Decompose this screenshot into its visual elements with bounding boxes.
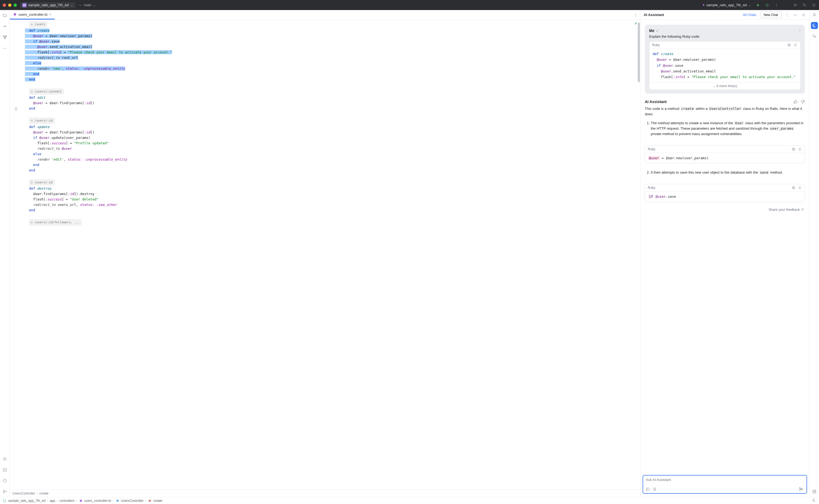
svg-point-28 [654, 489, 655, 490]
svg-point-4 [794, 4, 795, 5]
thumbs-up-button[interactable] [794, 100, 798, 104]
crumb-method[interactable]: create [39, 492, 48, 495]
run-button[interactable] [756, 3, 760, 8]
svg-point-5 [803, 4, 805, 6]
svg-rect-9 [5, 36, 7, 37]
structure-tool-button[interactable] [2, 34, 8, 40]
svg-point-17 [14, 13, 16, 15]
svg-point-14 [3, 490, 4, 491]
editor-tabs-more-button[interactable]: ⋮ [631, 13, 640, 17]
attach-context-icon[interactable] [646, 487, 650, 491]
all-chats-link[interactable]: All Chats [743, 13, 756, 17]
project-tool-button[interactable] [2, 13, 8, 18]
database-tool-button[interactable] [812, 489, 817, 494]
editor-scrollbar[interactable] [638, 23, 640, 82]
svg-point-6 [813, 5, 814, 6]
ai-panel-minimize-button[interactable]: — [794, 13, 798, 17]
ai-input-field[interactable] [646, 478, 804, 482]
assistant-code-block: Ruby if @user.save [645, 184, 805, 202]
ai-chat-body: ⋮ Me Explain the following Ruby code: Ru… [641, 20, 809, 473]
terminal-tool-button[interactable] [2, 467, 8, 473]
svg-rect-26 [792, 187, 794, 189]
svg-rect-24 [792, 148, 794, 150]
close-window-button[interactable] [3, 4, 6, 7]
ai-panel-settings-icon[interactable] [802, 13, 806, 17]
ai-assistant-tool-button[interactable] [811, 22, 818, 29]
editor-tab-users-controller[interactable]: users_controller.rb × [10, 10, 55, 20]
svg-point-11 [3, 457, 7, 461]
route-annotation[interactable]: ⊕ /users/:id [29, 180, 54, 186]
editor-tabs: users_controller.rb × ⋮ [10, 10, 640, 20]
message-more-button[interactable]: ⋮ [798, 28, 802, 32]
project-selector[interactable]: SE sample_rails_app_7th_ed ⌄ [20, 2, 75, 8]
nav-dir[interactable]: controllers [59, 499, 74, 503]
ai-panel-title: AI Assistant [644, 13, 664, 17]
insert-code-icon[interactable] [798, 147, 802, 151]
attach-file-icon[interactable] [653, 487, 657, 491]
settings-button[interactable] [811, 3, 816, 8]
code-editor[interactable]: ✓ ⊕ /users def create @user = User.new(u… [10, 20, 640, 489]
copy-code-icon[interactable] [792, 147, 795, 151]
ruby-file-icon [13, 12, 17, 16]
insert-code-icon[interactable] [794, 43, 798, 47]
expand-code-button[interactable]: ⌄ 4 more line(s) [649, 82, 800, 90]
nav-method[interactable]: create [153, 499, 162, 503]
edit-message-icon[interactable] [656, 29, 659, 32]
branch-name: main [84, 3, 91, 7]
minimize-window-button[interactable] [8, 4, 11, 7]
ai-panel-more-button[interactable]: ⋮ [785, 13, 790, 17]
status-ai-icon[interactable] [812, 498, 816, 502]
code-language-label: Ruby [648, 147, 655, 151]
route-annotation[interactable]: ⊕ /users/:id/edit [29, 89, 63, 95]
ai-input-area[interactable] [643, 475, 807, 494]
send-button[interactable] [799, 487, 804, 492]
problems-tool-button[interactable] [2, 478, 8, 483]
svg-point-0 [79, 4, 80, 5]
code-with-me-button[interactable] [793, 3, 798, 8]
tab-title: users_controller.rb [18, 12, 47, 17]
debug-button[interactable] [765, 3, 770, 8]
inspection-ok-icon[interactable]: ✓ [635, 21, 638, 25]
svg-rect-30 [4, 500, 6, 502]
run-config-icon: ✦ [702, 3, 705, 7]
clipboard-gutter-icon[interactable] [14, 107, 18, 111]
svg-rect-8 [3, 36, 4, 37]
run-configuration-selector[interactable]: ✦ sample_rails_app_7th_ed ⌄ [702, 3, 751, 7]
route-annotation[interactable]: ⊕ /users [29, 21, 47, 27]
copy-code-icon[interactable] [787, 43, 791, 47]
nav-file[interactable]: users_controller.rb [84, 499, 111, 503]
route-annotation[interactable]: ⊕ /users/:id/followers, ... [29, 219, 81, 225]
close-tab-button[interactable]: × [49, 12, 51, 17]
new-chat-button[interactable]: New Chat [760, 12, 782, 18]
list-item: It then attempts to save this new user o… [651, 170, 805, 175]
code-language-label: Ruby [648, 186, 655, 190]
maximize-window-button[interactable] [14, 4, 17, 7]
vcs-tool-button[interactable] [2, 489, 8, 494]
nav-dir[interactable]: app [50, 499, 55, 503]
search-everywhere-button[interactable] [802, 3, 807, 8]
copy-code-icon[interactable] [792, 186, 795, 190]
commit-tool-button[interactable] [2, 24, 8, 29]
services-tool-button[interactable] [2, 456, 8, 462]
more-tools-button[interactable]: ⋯ [2, 45, 8, 51]
project-icon: SE [22, 3, 27, 7]
ruby-file-icon [79, 499, 83, 503]
code-language-label: Ruby [652, 43, 660, 47]
chevron-down-icon: ⌄ [748, 3, 751, 7]
more-actions-button[interactable]: ⋮ [774, 3, 779, 8]
vcs-branch-selector[interactable]: main ⌄ [79, 3, 96, 7]
nav-project[interactable]: sample_rails_app_7th_ed [8, 499, 45, 503]
thumbs-down-button[interactable] [801, 100, 805, 104]
notifications-button[interactable] [812, 12, 817, 17]
share-feedback-link[interactable]: Share your feedback ↗ [643, 205, 807, 212]
svg-point-31 [80, 500, 82, 502]
window-controls [3, 4, 17, 7]
nav-class[interactable]: UsersController [121, 499, 143, 503]
right-tool-button[interactable] [812, 34, 817, 39]
editor-breadcrumb[interactable]: UsersController › create [10, 489, 640, 497]
crumb-class[interactable]: UsersController [12, 492, 35, 495]
insert-code-icon[interactable] [798, 186, 802, 190]
method-icon [148, 499, 152, 503]
svg-rect-25 [793, 187, 795, 189]
route-annotation[interactable]: ⊕ /users/:id [29, 118, 54, 124]
